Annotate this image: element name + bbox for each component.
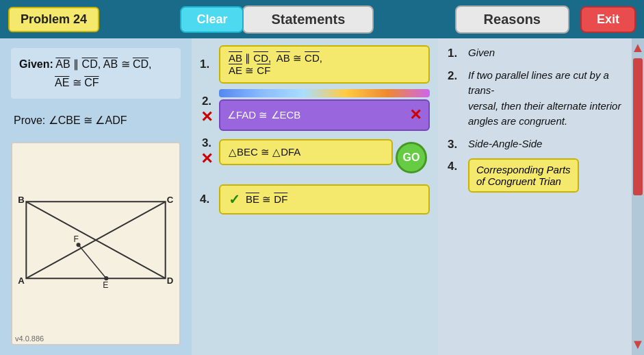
reason-text-4: Corresponding Partsof Congruent Trian	[476, 164, 571, 187]
reason-step-2: 2.	[448, 69, 463, 83]
reason-step-1: 1.	[448, 47, 463, 60]
color-bar	[219, 89, 430, 97]
statement-4-text: BE ≅ DF	[246, 193, 287, 206]
given-section: Given: AB ∥ CD, AB ≅ CD, AE ≅ CF	[11, 48, 181, 99]
step-num-1: 1.	[200, 58, 214, 71]
scroll-up-arrow[interactable]: ▲	[631, 40, 644, 56]
statements-panel: 1. AB ∥ CD, AB ≅ CD, AE ≅ CF 2. ✕ ∠FAD ≅…	[192, 38, 438, 355]
given-label: Given:	[19, 58, 53, 70]
statements-label: Statements	[242, 5, 374, 34]
reason-text-3: Side-Angle-Side	[468, 136, 542, 152]
diagram-area: A B C D F E v4.0.886	[11, 142, 181, 345]
prove-text: ∠CBE ≅ ∠ADF	[49, 114, 127, 126]
reasons-panel: 1. Given 2. If two parallel lines are cu…	[438, 38, 644, 355]
main-content: Given: AB ∥ CD, AB ≅ CD, AE ≅ CF Prove: …	[0, 38, 644, 355]
svg-text:B: B	[18, 195, 25, 206]
check-mark-4: ✓	[229, 191, 240, 208]
header: Problem 24 Clear Statements Reasons Exit	[0, 0, 644, 38]
svg-text:A: A	[18, 276, 25, 286]
version-label: v4.0.886	[15, 334, 44, 343]
clear-button[interactable]: Clear	[180, 6, 244, 33]
step-num-4: 4.	[200, 193, 214, 206]
problem-badge: Problem 24	[8, 7, 99, 32]
header-right: Reasons Exit	[455, 5, 636, 34]
x-mark-2: ✕	[201, 108, 213, 126]
statement-box-4[interactable]: ✓ BE ≅ DF	[219, 184, 430, 215]
left-panel: Given: AB ∥ CD, AB ≅ CD, AE ≅ CF Prove: …	[0, 38, 192, 355]
given-line2: AE ≅ CF	[55, 77, 99, 88]
reason-row-2: 2. If two parallel lines are cut by a tr…	[448, 68, 634, 130]
header-center: Clear Statements	[180, 5, 374, 34]
x-inside-2: ✕	[409, 106, 422, 124]
reason-row-1: 1. Given	[448, 45, 634, 61]
scroll-down-arrow[interactable]: ▼	[631, 336, 644, 352]
statement-row-4: 4. ✓ BE ≅ DF	[200, 184, 430, 215]
svg-text:F: F	[73, 235, 78, 245]
prove-section: Prove: ∠CBE ≅ ∠ADF	[11, 110, 181, 131]
statement-row-1: 1. AB ∥ CD, AB ≅ CD, AE ≅ CF	[200, 45, 430, 84]
reason-step-3: 3.	[448, 138, 463, 151]
reason-step-4: 4.	[448, 160, 463, 173]
reason-row-3: 3. Side-Angle-Side	[448, 136, 634, 152]
scroll-thumb[interactable]	[633, 58, 643, 195]
reason-text-2: If two parallel lines are cut by a trans…	[468, 68, 634, 130]
svg-text:E: E	[103, 281, 108, 291]
prove-label: Prove:	[14, 114, 45, 126]
go-button[interactable]: GO	[396, 142, 427, 173]
geometry-diagram: A B C D F E	[12, 143, 179, 344]
statement-2-text: ∠FAD ≅ ∠ECB	[227, 109, 300, 121]
statement-box-2[interactable]: ∠FAD ≅ ∠ECB ✕	[219, 99, 430, 131]
statement-box-1[interactable]: AB ∥ CD, AB ≅ CD, AE ≅ CF	[219, 45, 430, 84]
svg-text:C: C	[167, 195, 174, 206]
go-row: GO	[200, 142, 430, 173]
svg-text:D: D	[167, 276, 174, 286]
reason-row-4: 4. Corresponding Partsof Congruent Trian	[448, 158, 634, 193]
given-icon-overline: AB ∥ CD, AB ≅ CD,	[55, 58, 151, 70]
reasons-label: Reasons	[455, 5, 569, 34]
reason-box-4[interactable]: Corresponding Partsof Congruent Trian	[468, 158, 579, 193]
reason-text-1: Given	[468, 45, 495, 61]
exit-button[interactable]: Exit	[580, 6, 636, 33]
step-num-2: 2. ✕	[200, 95, 214, 126]
statement-row-2: 2. ✕ ∠FAD ≅ ∠ECB ✕	[200, 89, 430, 131]
scroll-bar[interactable]: ▲ ▼	[632, 38, 644, 355]
